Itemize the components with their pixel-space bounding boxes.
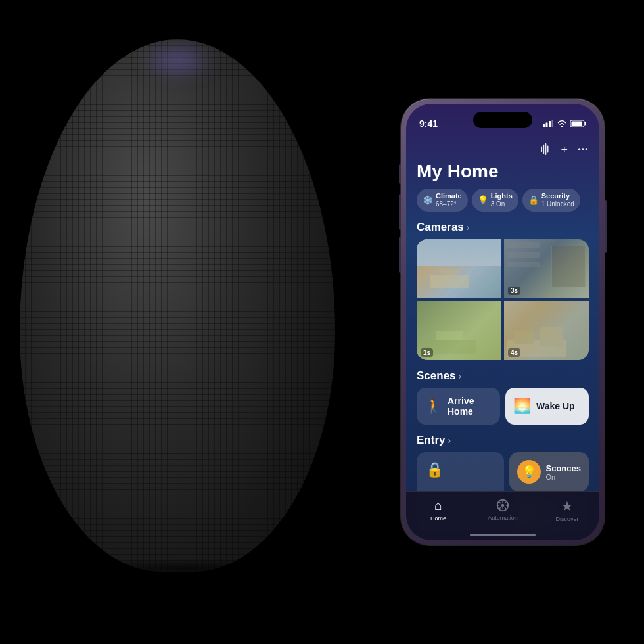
svg-point-24 <box>501 504 505 507</box>
svg-rect-16 <box>507 242 540 248</box>
svg-rect-0 <box>543 124 545 127</box>
iphone: 9:41 <box>401 99 605 545</box>
sconces-card[interactable]: 💡 Sconces On <box>509 452 589 492</box>
battery-icon <box>570 120 586 127</box>
scenes-section: 🚶 Arrive Home 🌅 Wake Up <box>406 388 599 425</box>
climate-value: 68–72° <box>436 200 462 208</box>
lights-value: 3 On <box>491 200 513 208</box>
automation-tab-label: Automation <box>488 515 518 521</box>
more-button[interactable] <box>577 143 589 158</box>
iphone-screen: 9:41 <box>406 104 599 540</box>
signal-icon <box>543 120 553 127</box>
camera-tile-1[interactable] <box>417 239 501 298</box>
security-icon: 🔒 <box>528 195 539 205</box>
svg-marker-15 <box>436 269 463 275</box>
page-title: My Home <box>417 161 589 182</box>
climate-icon: ❄️ <box>423 195 433 205</box>
discover-tab-label: Discover <box>555 516 578 522</box>
climate-label: Climate <box>436 192 462 200</box>
cameras-title: Cameras <box>417 221 464 234</box>
lights-pill[interactable]: 💡 Lights 3 On <box>472 189 518 212</box>
svg-rect-5 <box>585 122 586 126</box>
tab-bar: ⌂ Home Automation ★ Discover <box>406 491 599 540</box>
sconces-status: On <box>546 473 581 481</box>
climate-pill[interactable]: ❄️ Climate 68–72° <box>417 189 468 212</box>
wake-up-scene[interactable]: 🌅 Wake Up <box>505 388 589 425</box>
svg-rect-22 <box>514 331 534 344</box>
wake-up-label: Wake Up <box>536 401 575 411</box>
entry-section-header[interactable]: Entry › <box>406 434 599 447</box>
homepod <box>20 39 348 578</box>
entry-chevron: › <box>448 435 451 446</box>
security-value: 1 Unlocked <box>541 200 574 208</box>
svg-rect-17 <box>507 252 540 258</box>
home-tab-icon: ⌂ <box>434 498 442 513</box>
status-time: 9:41 <box>419 118 438 129</box>
camera-4-timestamp: 4s <box>508 348 520 357</box>
tab-discover[interactable]: ★ Discover <box>535 498 599 522</box>
lights-label: Lights <box>491 192 513 200</box>
svg-rect-10 <box>541 147 543 152</box>
add-button[interactable]: + <box>561 143 568 158</box>
cameras-section-header[interactable]: Cameras › <box>406 221 599 234</box>
siri-button[interactable] <box>540 143 551 158</box>
sconces-info: Sconces On <box>546 463 581 481</box>
discover-tab-icon: ★ <box>561 498 573 514</box>
scenes-grid: 🚶 Arrive Home 🌅 Wake Up <box>417 388 589 425</box>
svg-rect-20 <box>436 331 463 340</box>
home-tab-label: Home <box>430 515 446 522</box>
sconces-icon: 💡 <box>517 460 541 484</box>
svg-rect-6 <box>572 122 582 126</box>
svg-point-13 <box>586 148 588 150</box>
tab-home[interactable]: ⌂ Home <box>406 498 471 522</box>
iphone-volume-up-button <box>399 194 401 230</box>
status-pills: ❄️ Climate 68–72° 💡 Lights 3 On <box>417 189 589 212</box>
svg-point-11 <box>578 148 581 150</box>
svg-rect-1 <box>546 123 548 128</box>
camera-2-timestamp: 3s <box>508 287 520 295</box>
cameras-section: 3s 1s <box>406 239 599 360</box>
arrive-home-scene[interactable]: 🚶 Arrive Home <box>417 388 500 425</box>
homepod-glow <box>151 53 204 69</box>
automation-tab-icon <box>495 498 510 513</box>
svg-rect-2 <box>549 121 551 127</box>
scenes-section-header[interactable]: Scenes › <box>406 369 599 382</box>
iphone-power-button <box>605 200 607 253</box>
app-header: + My Home ❄️ <box>406 138 599 212</box>
arrive-home-icon: 🚶 <box>425 398 442 415</box>
screen-content: + My Home ❄️ <box>406 138 599 540</box>
svg-rect-23 <box>540 327 563 347</box>
scenes-title: Scenes <box>417 369 456 382</box>
dynamic-island <box>473 112 532 128</box>
homepod-top <box>125 39 230 79</box>
wake-up-icon: 🌅 <box>513 398 531 415</box>
cameras-chevron: › <box>467 222 470 233</box>
svg-rect-18 <box>507 262 540 267</box>
homepod-shadow <box>59 559 309 578</box>
svg-rect-9 <box>547 146 549 153</box>
scenes-chevron: › <box>459 371 462 381</box>
security-pill[interactable]: 🔒 Security 1 Unlocked <box>522 189 580 212</box>
camera-3-timestamp: 1s <box>421 348 433 357</box>
svg-rect-3 <box>552 120 554 127</box>
homepod-body <box>20 39 335 572</box>
status-icons <box>543 120 586 127</box>
svg-rect-8 <box>545 143 547 155</box>
home-indicator <box>470 534 536 536</box>
camera-tile-2[interactable]: 3s <box>504 239 589 298</box>
sconces-name: Sconces <box>546 463 581 473</box>
iphone-frame: 9:41 <box>401 99 605 545</box>
iphone-volume-down-button <box>399 237 401 273</box>
homepod-mesh <box>20 39 335 572</box>
security-label: Security <box>541 192 574 200</box>
front-door-lock-icon: 🔒 <box>426 461 495 478</box>
iphone-silent-button <box>399 164 401 184</box>
camera-tile-3[interactable]: 1s <box>417 301 501 360</box>
tab-automation[interactable]: Automation <box>471 498 535 521</box>
entry-title: Entry <box>417 434 445 447</box>
cameras-grid: 3s 1s <box>417 239 589 360</box>
camera-tile-4[interactable]: 4s <box>504 301 589 360</box>
header-actions: + <box>417 143 589 158</box>
svg-point-12 <box>582 148 584 150</box>
svg-rect-14 <box>430 275 469 288</box>
